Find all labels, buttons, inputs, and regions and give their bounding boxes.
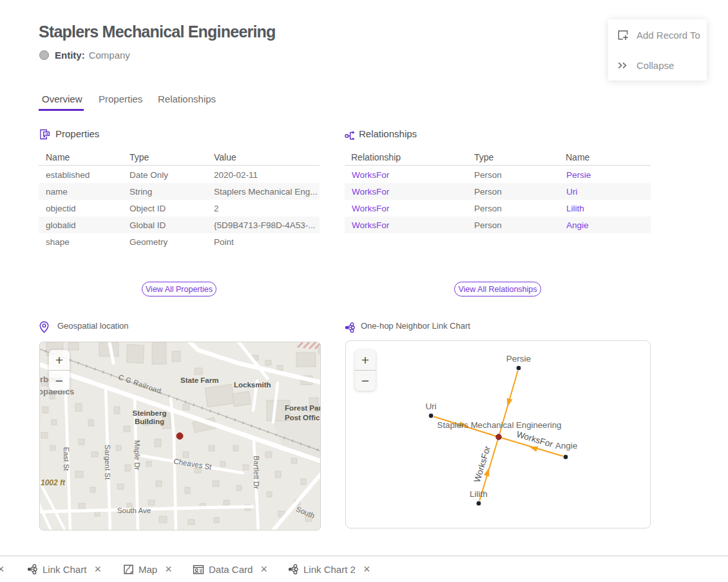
svg-text:Uri: Uri	[425, 402, 436, 411]
svg-text:Maple Dr: Maple Dr	[133, 440, 141, 470]
svg-text:WorksFor: WorksFor	[472, 445, 493, 484]
svg-text:Forest Par: Forest Par	[285, 404, 320, 412]
svg-text:Post Offic: Post Offic	[285, 414, 320, 422]
svg-text:South Ave: South Ave	[117, 507, 151, 514]
svg-text:Bartlett Dr: Bartlett Dr	[253, 456, 260, 489]
svg-text:Angie: Angie	[555, 441, 578, 451]
svg-text:WorksFor: WorksFor	[515, 429, 555, 449]
svg-text:Lilith: Lilith	[470, 489, 488, 499]
svg-text:State Farm: State Farm	[180, 376, 218, 384]
svg-text:East St: East St	[62, 447, 70, 471]
svg-text:Steinberg: Steinberg	[132, 409, 166, 417]
svg-text:Building: Building	[135, 418, 164, 425]
svg-text:Locksmith: Locksmith	[234, 381, 271, 389]
svg-text:1002 ft: 1002 ft	[41, 478, 66, 487]
svg-text:Persie: Persie	[506, 354, 531, 364]
svg-text:Staplers Mechanical Engineerin: Staplers Mechanical Engineering	[437, 420, 562, 430]
svg-text:Sargent St: Sargent St	[104, 445, 111, 480]
